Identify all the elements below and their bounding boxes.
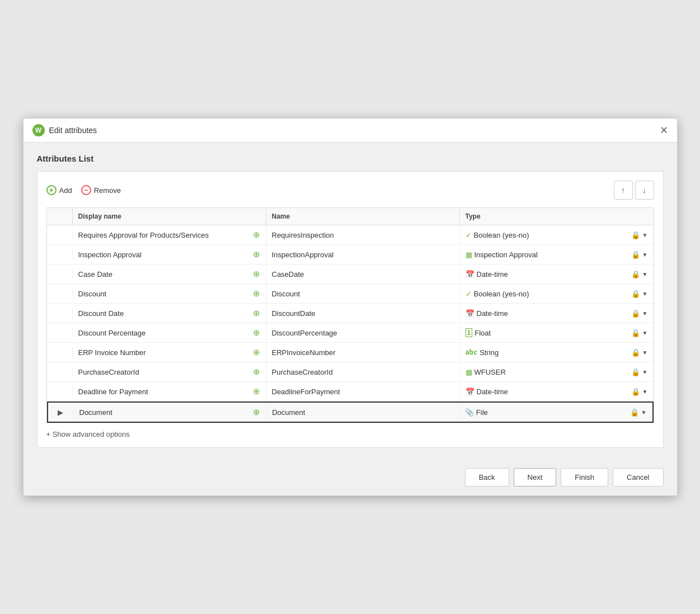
dropdown-arrow-icon[interactable]: ▼ <box>642 232 648 238</box>
globe-icon[interactable]: ⊕ <box>253 308 260 318</box>
name-cell: CaseDate <box>266 266 460 283</box>
name-text: Discount <box>272 290 300 298</box>
type-controls: 🔒 ▼ <box>631 329 648 337</box>
app-icon: W <box>32 124 45 136</box>
row-arrow: ▶ <box>48 404 74 421</box>
lock-icon[interactable]: 🔒 <box>631 290 640 298</box>
table-row[interactable]: Case Date ⊕CaseDate 📅 Date-time 🔒 ▼ <box>47 265 654 284</box>
name-cell: DiscountPercentage <box>266 324 460 342</box>
table-row[interactable]: Deadline for Payment ⊕DeadlineForPayment… <box>47 382 654 402</box>
dropdown-arrow-icon[interactable]: ▼ <box>642 291 648 297</box>
dropdown-arrow-icon[interactable]: ▼ <box>642 369 648 375</box>
col-header-selector <box>47 208 73 225</box>
table-row[interactable]: ERP Invoice Number ⊕ERPInvoiceNumber abc… <box>47 343 654 362</box>
globe-icon[interactable]: ⊕ <box>253 386 260 396</box>
type-value: ✓ Boolean (yes-no) <box>466 290 628 298</box>
display-name-cell: Discount Percentage ⊕ <box>73 323 266 342</box>
type-value: 📅 Date-time <box>466 388 628 396</box>
type-cell: 📅 Date-time 🔒 ▼ <box>460 383 654 400</box>
globe-icon[interactable]: ⊕ <box>253 249 260 259</box>
name-text: PurchaseCreatorId <box>272 368 333 376</box>
toolbar-right: ↑ ↓ <box>614 181 654 200</box>
move-down-button[interactable]: ↓ <box>635 181 654 200</box>
dropdown-arrow-icon[interactable]: ▼ <box>642 310 648 317</box>
remove-label: Remove <box>94 186 121 195</box>
globe-icon[interactable]: ⊕ <box>253 367 260 377</box>
dropdown-arrow-icon[interactable]: ▼ <box>642 349 648 356</box>
table-header: Display name Name Type <box>47 208 654 225</box>
lock-icon[interactable]: 🔒 <box>631 251 640 259</box>
globe-icon[interactable]: ⊕ <box>253 407 260 417</box>
attributes-table: Display name Name Type Requires Approval… <box>46 207 654 423</box>
col-header-name: Name <box>266 208 460 225</box>
close-button[interactable]: ✕ <box>660 125 668 135</box>
type-text: String <box>480 348 499 357</box>
table-row[interactable]: Discount Date ⊕DiscountDate 📅 Date-time … <box>47 304 654 323</box>
table-row[interactable]: ▶Document ⊕Document 📎 File 🔒 ▼ <box>47 402 654 423</box>
dropdown-arrow-icon[interactable]: ▼ <box>642 252 648 258</box>
section-title: Attributes List <box>37 154 664 163</box>
name-cell: DeadlineForPayment <box>266 383 460 400</box>
name-text: CaseDate <box>272 270 304 278</box>
add-button[interactable]: + Add <box>46 185 72 195</box>
show-advanced-options[interactable]: + Show advanced options <box>46 430 654 438</box>
globe-icon[interactable]: ⊕ <box>253 289 260 299</box>
globe-icon[interactable]: ⊕ <box>253 347 260 357</box>
display-name-text: Discount Percentage <box>78 329 146 337</box>
display-name-text: Discount Date <box>78 309 124 318</box>
name-cell: InspectionApproval <box>266 246 460 263</box>
type-controls: 🔒 ▼ <box>631 348 648 357</box>
lock-icon[interactable]: 🔒 <box>631 388 640 396</box>
lock-icon[interactable]: 🔒 <box>631 270 640 278</box>
table-row[interactable]: Discount ⊕Discount ✓ Boolean (yes-no) 🔒 … <box>47 284 654 304</box>
finish-button[interactable]: Finish <box>561 468 608 487</box>
cancel-button[interactable]: Cancel <box>613 468 663 487</box>
toolbar-left: + Add − Remove <box>46 185 121 195</box>
dropdown-arrow-icon[interactable]: ▼ <box>642 271 648 277</box>
dropdown-arrow-icon[interactable]: ▼ <box>642 330 648 336</box>
display-name-text: PurchaseCreatorId <box>78 368 139 376</box>
remove-button[interactable]: − Remove <box>81 185 121 195</box>
lock-icon[interactable]: 🔒 <box>631 348 640 357</box>
lock-icon[interactable]: 🔒 <box>630 408 639 417</box>
display-name-text: Deadline for Payment <box>78 388 148 396</box>
type-controls: 🔒 ▼ <box>631 270 648 278</box>
dropdown-arrow-icon[interactable]: ▼ <box>642 389 648 395</box>
table-row[interactable]: Inspection Approval ⊕InspectionApproval … <box>47 245 654 265</box>
dialog-footer: Back Next Finish Cancel <box>24 459 677 495</box>
dropdown-arrow-icon[interactable]: ▼ <box>641 409 647 415</box>
display-name-cell: Discount ⊕ <box>73 284 266 303</box>
type-cell: abc String 🔒 ▼ <box>460 344 654 361</box>
back-button[interactable]: Back <box>465 468 509 487</box>
lock-icon[interactable]: 🔒 <box>631 329 640 337</box>
globe-icon[interactable]: ⊕ <box>253 230 260 240</box>
table-body[interactable]: Requires Approval for Products/Services … <box>47 225 654 423</box>
name-text: DeadlineForPayment <box>272 388 340 396</box>
type-text: Float <box>475 329 491 337</box>
dialog-title: Edit attributes <box>49 126 97 135</box>
type-value: 1 Float <box>466 328 628 337</box>
edit-attributes-dialog: W Edit attributes ✕ Attributes List + Ad… <box>23 118 678 496</box>
type-controls: 🔒 ▼ <box>631 290 648 298</box>
move-up-button[interactable]: ↑ <box>614 181 633 200</box>
type-value: 📅 Date-time <box>466 270 628 278</box>
name-text: Document <box>272 408 305 417</box>
display-name-text: ERP Invoice Number <box>78 348 146 357</box>
type-value: ▦ WFUSER <box>466 368 628 376</box>
lock-icon[interactable]: 🔒 <box>631 231 640 239</box>
type-cell: ✓ Boolean (yes-no) 🔒 ▼ <box>460 285 654 303</box>
globe-icon[interactable]: ⊕ <box>253 269 260 279</box>
dialog-header: W Edit attributes ✕ <box>24 119 677 143</box>
lock-icon[interactable]: 🔒 <box>631 368 640 376</box>
type-cell: ▦ Inspection Approval 🔒 ▼ <box>460 246 654 263</box>
table-row[interactable]: Requires Approval for Products/Services … <box>47 225 654 245</box>
type-cell: 📅 Date-time 🔒 ▼ <box>460 305 654 322</box>
table-row[interactable]: Discount Percentage ⊕DiscountPercentage … <box>47 323 654 343</box>
name-cell: Document <box>266 404 459 421</box>
name-text: InspectionApproval <box>272 251 334 259</box>
next-button[interactable]: Next <box>514 468 557 487</box>
globe-icon[interactable]: ⊕ <box>253 328 260 338</box>
lock-icon[interactable]: 🔒 <box>631 309 640 318</box>
toolbar: + Add − Remove ↑ ↓ <box>46 181 654 200</box>
table-row[interactable]: PurchaseCreatorId ⊕PurchaseCreatorId ▦ W… <box>47 362 654 382</box>
